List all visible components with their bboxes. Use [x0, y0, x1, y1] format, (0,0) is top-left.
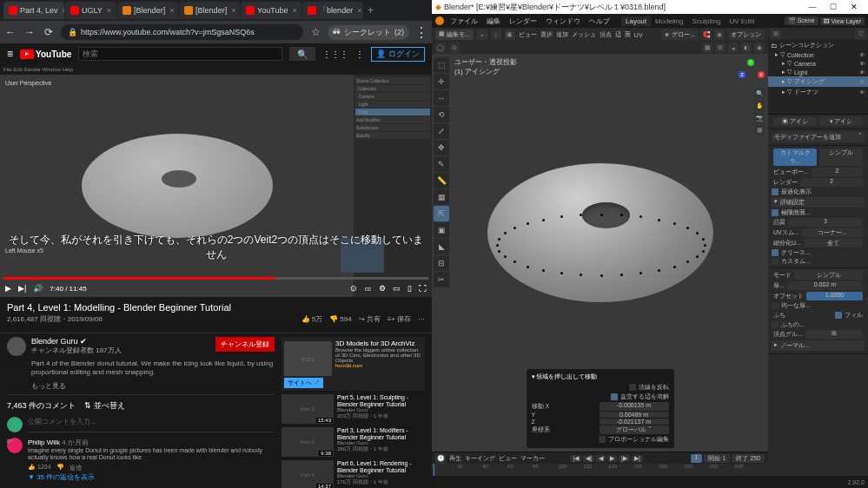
close-icon[interactable]: ×	[107, 6, 111, 15]
menu-button[interactable]: ⋮	[414, 24, 428, 41]
browser-tab[interactable]: Part 4, Lev×	[3, 2, 64, 19]
star-button[interactable]: ☆	[308, 26, 322, 38]
share-button[interactable]: ↪ 共有	[359, 314, 381, 324]
even-check[interactable]: 均一な厚...	[772, 301, 865, 310]
scene-field[interactable]: 🎬 Scene	[785, 16, 818, 25]
select-menu[interactable]: 選択	[540, 30, 553, 39]
x-axis[interactable]: X	[758, 71, 765, 78]
add-menu[interactable]: 追加	[556, 30, 568, 39]
visibility-icon[interactable]: 👁	[859, 89, 865, 96]
show-more-button[interactable]: もっと見る	[31, 381, 275, 391]
browser-tab[interactable]: [Blender]×	[179, 2, 240, 19]
play-icon[interactable]: ▶	[607, 455, 617, 462]
recommendation[interactable]: Part 614:37 Part 6, Level 1: Rendering -…	[282, 460, 425, 488]
subscribe-button[interactable]: チャンネル登録	[215, 337, 275, 352]
like-button[interactable]: 👍5万	[301, 314, 322, 324]
volume-icon[interactable]: 🔊	[33, 284, 43, 293]
visibility-icon[interactable]: 👁	[859, 79, 865, 85]
visibility-icon[interactable]: 👁	[859, 61, 865, 67]
next-key-icon[interactable]: |▶	[619, 455, 630, 462]
optimal-display-check[interactable]: 最適化表示	[772, 188, 865, 196]
jump-end-icon[interactable]: ▶|	[632, 455, 643, 462]
loopcut-tool[interactable]: ⊟	[434, 255, 449, 271]
gizmos-icon[interactable]: ⊙	[449, 43, 460, 53]
comment-reply[interactable]: 返信	[70, 464, 82, 472]
outliner-item[interactable]: ▸ ▽ ドーナツ 👁	[768, 87, 868, 97]
play-button[interactable]: ▶	[5, 284, 11, 293]
knife-tool[interactable]: ✂	[434, 272, 449, 287]
solidify-mode[interactable]: シンプル	[794, 271, 863, 280]
forward-button[interactable]: →	[23, 26, 36, 38]
timeline-icon[interactable]: 🕐	[435, 453, 446, 464]
move-tool[interactable]: ↔	[434, 90, 449, 106]
next-button[interactable]: ▶|	[18, 284, 26, 293]
mode-selector[interactable]: ▦ 編集モ...	[435, 30, 474, 40]
fullscreen-button[interactable]: ⛶	[419, 284, 427, 293]
edge-select-icon[interactable]: /	[491, 30, 501, 40]
close-icon[interactable]: ×	[63, 6, 64, 15]
face-menu[interactable]: 面	[625, 30, 631, 39]
new-tab-button[interactable]: +	[364, 4, 377, 16]
workspace-tab[interactable]: Sculpting	[688, 16, 726, 26]
blender-logo[interactable]	[435, 16, 444, 25]
add-cube-tool[interactable]: ▦	[434, 189, 449, 205]
end-frame[interactable]: 終了 250	[732, 454, 765, 463]
viewlayer-field[interactable]: 🖼 View Layer	[820, 17, 865, 25]
bevel-tool[interactable]: ◣	[434, 239, 449, 254]
browser-tab[interactable]: YouTube×	[241, 2, 301, 19]
marker-menu[interactable]: マーカー	[520, 454, 545, 463]
search-button[interactable]: 🔍	[289, 47, 315, 61]
outliner-item[interactable]: ▸ ▽ アイシング 👁	[768, 76, 868, 87]
pan-icon[interactable]: ✋	[754, 101, 765, 111]
vertex-select-icon[interactable]: •	[477, 30, 487, 40]
outliner-item[interactable]: ▸ ▽ Collection 👁	[768, 50, 868, 59]
autoplay-toggle[interactable]: ⊙	[350, 284, 357, 293]
channel-name[interactable]: Blender Guru ✔	[31, 337, 210, 346]
help-menu[interactable]: ヘルプ	[586, 16, 613, 26]
uv-menu[interactable]: UV	[634, 32, 643, 38]
operator-panel[interactable]: ▾ 領域を押し出して移動 法線を反転 直交する辺を溶解 移動 X-0.00013…	[527, 369, 674, 448]
back-button[interactable]: ←	[3, 26, 17, 38]
reload-button[interactable]: ⟳	[42, 26, 56, 38]
video-player[interactable]: File Edit Render Window Help User Perspe…	[0, 64, 432, 297]
timeline-ruler[interactable]: 020406080100120140160180200220240	[432, 464, 768, 476]
quality-value[interactable]: 3	[788, 218, 863, 227]
y-axis[interactable]: Y	[747, 59, 754, 66]
axis-dropdown[interactable]: グローバル ˅	[600, 425, 669, 434]
limit-surface-check[interactable]: 極限曲面...	[772, 208, 865, 217]
advanced-disclosure[interactable]: ▾ 詳細設定	[772, 197, 865, 208]
overlays-icon[interactable]: ◯	[435, 43, 446, 53]
save-button[interactable]: ≡+ 保存	[388, 314, 411, 324]
perspective-icon[interactable]: ▦	[754, 125, 765, 135]
camera-icon[interactable]: 📷	[754, 113, 765, 123]
z-axis[interactable]: Z	[739, 71, 745, 78]
filter-icon[interactable]: ▽	[855, 29, 865, 39]
render-menu[interactable]: レンダー	[507, 16, 540, 26]
view-menu[interactable]: ビュー	[519, 30, 537, 39]
commenter-name[interactable]: Philip Wilk	[28, 439, 60, 446]
jump-start-icon[interactable]: |◀	[570, 455, 581, 462]
settings-icon[interactable]: ⋮	[355, 49, 364, 59]
scale-tool[interactable]: ⤢	[434, 123, 449, 139]
close-icon[interactable]: ×	[169, 6, 174, 15]
close-button[interactable]: ✕	[844, 3, 865, 11]
window-menu[interactable]: ウィンドウ	[543, 16, 583, 26]
render-levels[interactable]: 2	[800, 178, 863, 187]
comment-dislike[interactable]: 👎	[56, 464, 64, 472]
y-value[interactable]: 0.00489 m	[600, 412, 669, 418]
outliner-item[interactable]: ▸ ▽ Camera 👁	[768, 59, 868, 68]
snap-icon[interactable]: 🧲	[701, 30, 712, 40]
comment-input[interactable]: 公開コメントを入力...	[28, 417, 275, 432]
ad-card[interactable]: truck 3D Models for 3D ArchViz Browse th…	[282, 337, 425, 391]
dislike-button[interactable]: 👎594	[329, 314, 351, 324]
crease-check[interactable]: クリース...	[772, 248, 865, 257]
search-box[interactable]	[78, 47, 282, 61]
channel-avatar[interactable]	[7, 337, 26, 356]
youtube-logo[interactable]: YouTube	[20, 49, 71, 59]
viewport-levels[interactable]: 2	[812, 168, 863, 176]
solid-shading-icon[interactable]: ●	[728, 43, 739, 53]
transform-tool[interactable]: ✥	[434, 140, 449, 155]
3d-viewport[interactable]: ⬚ ✛ ↔ ⟲ ⤢ ✥ ✎ 📏 ▦ ⇱ ▣ ◣ ⊟ ✂ ユーザー・透視投影	[432, 54, 768, 452]
outliner-item[interactable]: 🗀シーンコレクション	[768, 40, 868, 50]
custom-check[interactable]: カスタム...	[772, 257, 865, 266]
